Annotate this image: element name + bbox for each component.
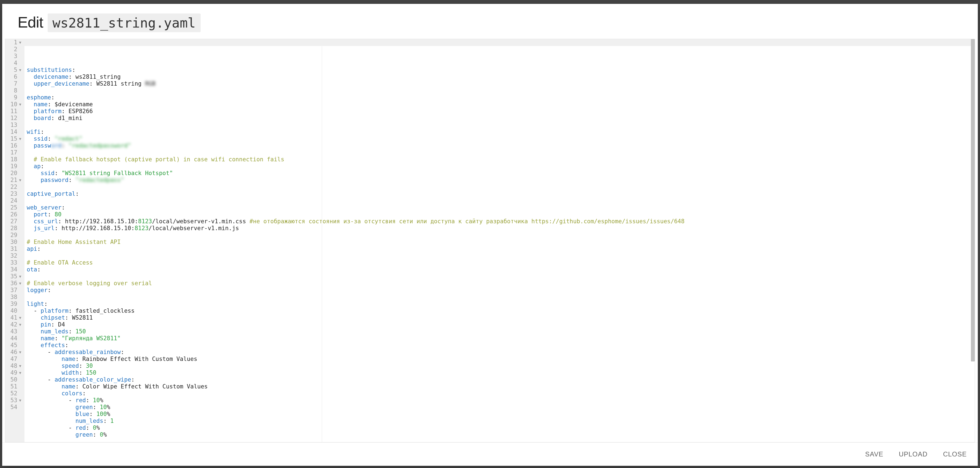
gutter-line[interactable]: 26 — [10, 211, 22, 218]
code-line[interactable]: board: d1_mini — [27, 115, 971, 122]
upload-button[interactable]: UPLOAD — [899, 450, 928, 458]
code-line[interactable]: logger: — [27, 287, 971, 294]
gutter-line[interactable]: 15▾ — [10, 135, 22, 142]
code-line[interactable]: name: $devicename — [27, 101, 971, 108]
code-line[interactable]: api: — [27, 245, 971, 252]
fold-toggle-icon[interactable]: ▾ — [18, 363, 22, 369]
code-line[interactable]: css_url: http://192.168.15.10:8123/local… — [27, 218, 971, 225]
fold-toggle-icon[interactable]: ▾ — [18, 135, 22, 142]
gutter-line[interactable]: 22 — [10, 184, 22, 191]
gutter-line[interactable]: 8 — [10, 87, 22, 94]
code-line[interactable]: name: Color Wipe Effect With Custom Valu… — [27, 383, 971, 390]
gutter-line[interactable]: 35▾ — [10, 273, 22, 280]
code-line[interactable]: # Enable OTA Access — [27, 259, 971, 266]
code-line[interactable] — [27, 197, 971, 204]
gutter-line[interactable]: 30 — [10, 239, 22, 245]
code-line[interactable]: web_server: — [27, 204, 971, 211]
code-line[interactable]: esphome: — [27, 94, 971, 101]
gutter-line[interactable]: 20 — [10, 170, 22, 177]
line-number-gutter[interactable]: 1▾2 3 4 5▾6 7 8 9 10▾11 12 13 14 15▾16 1… — [5, 39, 24, 442]
gutter-line[interactable]: 33 — [10, 259, 22, 266]
fold-toggle-icon[interactable]: ▾ — [18, 273, 22, 280]
code-content[interactable]: substitutions: devicename: ws2811_string… — [24, 39, 971, 442]
code-line[interactable]: js_url: http://192.168.15.10:8123/local/… — [27, 225, 971, 232]
code-line[interactable]: ssid: "redact" — [27, 135, 971, 142]
code-line[interactable]: green: 10% — [27, 404, 971, 411]
code-line[interactable]: substitutions: — [27, 67, 971, 73]
gutter-line[interactable]: 28 — [10, 225, 22, 232]
gutter-line[interactable]: 16 — [10, 142, 22, 149]
code-line[interactable]: name: Rainbow Effect With Custom Values — [27, 356, 971, 363]
gutter-line[interactable]: 51 — [10, 383, 22, 390]
code-line[interactable]: # Enable verbose logging over serial — [27, 280, 971, 287]
gutter-line[interactable]: 18 — [10, 156, 22, 163]
code-line[interactable]: ssid: "WS2811 string Fallback Hotspot" — [27, 170, 971, 177]
code-line[interactable] — [27, 273, 971, 280]
code-line[interactable]: num_leds: 150 — [27, 328, 971, 335]
code-line[interactable]: chipset: WS2811 — [27, 314, 971, 321]
fold-toggle-icon[interactable]: ▾ — [18, 67, 22, 73]
gutter-line[interactable]: 17 — [10, 149, 22, 156]
code-line[interactable]: num_leds: 1 — [27, 418, 971, 425]
code-line[interactable]: green: 0% — [27, 431, 971, 438]
gutter-line[interactable]: 14 — [10, 129, 22, 135]
code-line[interactable]: pin: D4 — [27, 321, 971, 328]
gutter-line[interactable]: 48▾ — [10, 363, 22, 369]
fold-toggle-icon[interactable]: ▾ — [18, 321, 22, 328]
code-line[interactable]: wifi: — [27, 129, 971, 135]
code-line[interactable]: password: "redactedpass" — [27, 177, 971, 184]
vertical-scrollbar[interactable] — [971, 39, 975, 442]
code-line[interactable]: light: — [27, 301, 971, 307]
editor-scroll-area[interactable]: 1▾2 3 4 5▾6 7 8 9 10▾11 12 13 14 15▾16 1… — [5, 39, 971, 442]
code-line[interactable]: - red: 0% — [27, 425, 971, 431]
code-line[interactable]: # Enable Home Assistant API — [27, 239, 971, 245]
gutter-line[interactable]: 49▾ — [10, 369, 22, 376]
gutter-line[interactable]: 2 — [10, 46, 22, 53]
gutter-line[interactable]: 40 — [10, 307, 22, 314]
gutter-line[interactable]: 29 — [10, 232, 22, 239]
gutter-line[interactable]: 53▾ — [10, 397, 22, 404]
code-line[interactable]: - red: 10% — [27, 397, 971, 404]
gutter-line[interactable]: 19 — [10, 163, 22, 170]
code-line[interactable] — [27, 149, 971, 156]
code-line[interactable]: devicename: ws2811_string — [27, 73, 971, 80]
gutter-line[interactable]: 13 — [10, 122, 22, 129]
close-button[interactable]: CLOSE — [943, 450, 967, 458]
gutter-line[interactable]: 46▾ — [10, 349, 22, 356]
gutter-line[interactable]: 43 — [10, 328, 22, 335]
gutter-line[interactable]: 27 — [10, 218, 22, 225]
gutter-line[interactable]: 31 — [10, 245, 22, 252]
code-line[interactable]: name: "Гирлянда WS2811" — [27, 335, 971, 342]
code-line[interactable]: effects: — [27, 342, 971, 349]
code-line[interactable]: # Enable fallback hotspot (captive porta… — [27, 156, 971, 163]
save-button[interactable]: SAVE — [865, 450, 883, 458]
code-line[interactable] — [27, 87, 971, 94]
gutter-line[interactable]: 12 — [10, 115, 22, 122]
gutter-line[interactable]: 37 — [10, 287, 22, 294]
code-editor[interactable]: 1▾2 3 4 5▾6 7 8 9 10▾11 12 13 14 15▾16 1… — [5, 39, 975, 443]
fold-toggle-icon[interactable]: ▾ — [18, 177, 22, 184]
code-line[interactable]: colors: — [27, 390, 971, 397]
gutter-line[interactable]: 5▾ — [10, 67, 22, 73]
fold-toggle-icon[interactable]: ▾ — [18, 314, 22, 321]
scrollbar-thumb[interactable] — [971, 39, 975, 361]
fold-toggle-icon[interactable]: ▾ — [18, 369, 22, 376]
gutter-line[interactable]: 3 — [10, 53, 22, 60]
gutter-line[interactable]: 10▾ — [10, 101, 22, 108]
gutter-line[interactable]: 50 — [10, 376, 22, 383]
code-line[interactable]: platform: ESP8266 — [27, 108, 971, 115]
gutter-line[interactable]: 24 — [10, 197, 22, 204]
code-line[interactable] — [27, 122, 971, 129]
code-line[interactable]: upper_devicename: WS2811 string RGB — [27, 80, 971, 87]
fold-toggle-icon[interactable]: ▾ — [18, 280, 22, 287]
gutter-line[interactable]: 34 — [10, 266, 22, 273]
fold-toggle-icon[interactable]: ▾ — [18, 397, 22, 404]
gutter-line[interactable]: 45 — [10, 342, 22, 349]
gutter-line[interactable]: 7 — [10, 80, 22, 87]
code-line[interactable]: width: 150 — [27, 369, 971, 376]
gutter-line[interactable]: 41▾ — [10, 314, 22, 321]
gutter-line[interactable]: 52 — [10, 390, 22, 397]
gutter-line[interactable]: 11 — [10, 108, 22, 115]
gutter-line[interactable]: 21▾ — [10, 177, 22, 184]
code-line[interactable]: - addressable_rainbow: — [27, 349, 971, 356]
